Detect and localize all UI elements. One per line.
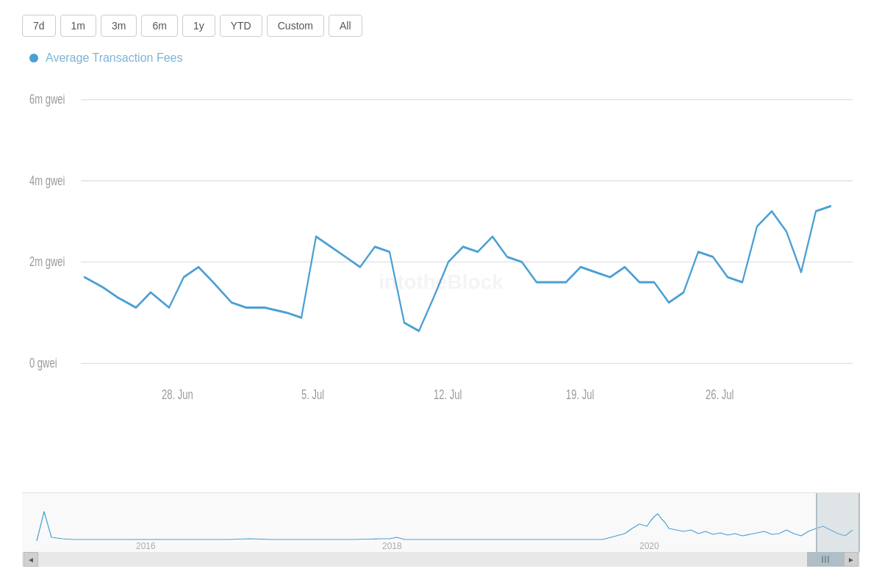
scrollbar: ◄ ► [22,552,860,567]
navigator-svg: 2016 2018 2020 [22,493,860,552]
thumb-line-1 [822,556,823,563]
svg-text:2016: 2016 [136,541,156,551]
time-btn-6m[interactable]: 6m [141,15,177,37]
time-btn-ytd[interactable]: YTD [220,15,262,37]
legend-dot [29,54,38,62]
time-btn-custom[interactable]: Custom [267,15,324,37]
legend-label: Average Transaction Fees [46,51,182,65]
legend: Average Transaction Fees [22,51,860,65]
scroll-track[interactable] [38,552,844,567]
svg-text:12. Jul: 12. Jul [434,387,462,401]
svg-text:5. Jul: 5. Jul [301,387,324,401]
navigator-area: 2016 2018 2020 ◄ ► [22,492,860,573]
app-container: 7d1m3m6m1yYTDCustomAll Average Transacti… [0,0,882,588]
svg-text:28. Jun: 28. Jun [162,387,193,401]
svg-rect-15 [816,493,817,552]
svg-text:2018: 2018 [382,541,402,551]
time-btn-7d[interactable]: 7d [22,15,56,37]
thumb-line-3 [828,556,829,563]
main-chart-svg: 6m gwei 4m gwei 2m gwei 0 gwei 28. Jun 5… [22,79,860,485]
time-btn-all[interactable]: All [329,15,362,37]
thumb-line-2 [825,556,826,563]
scroll-thumb-lines [822,556,829,563]
svg-text:2m gwei: 2m gwei [29,254,65,268]
svg-text:2020: 2020 [639,541,659,551]
time-btn-1y[interactable]: 1y [182,15,215,37]
scroll-right-arrow[interactable]: ► [844,552,858,567]
svg-text:4m gwei: 4m gwei [29,173,65,187]
time-btn-3m[interactable]: 3m [101,15,137,37]
svg-text:19. Jul: 19. Jul [566,387,594,401]
scroll-thumb[interactable] [807,552,844,567]
scroll-left-arrow[interactable]: ◄ [24,552,38,567]
svg-rect-16 [858,493,860,552]
chart-wrapper: intotheBlock 6m gwei 4m gwei 2m gwei 0 g… [22,79,860,573]
main-chart: intotheBlock 6m gwei 4m gwei 2m gwei 0 g… [22,79,860,485]
time-range-bar: 7d1m3m6m1yYTDCustomAll [22,15,860,37]
svg-text:26. Jul: 26. Jul [706,387,734,401]
svg-text:0 gwei: 0 gwei [29,356,57,370]
svg-rect-14 [816,493,860,552]
svg-text:6m gwei: 6m gwei [29,92,65,106]
time-btn-1m[interactable]: 1m [60,15,96,37]
